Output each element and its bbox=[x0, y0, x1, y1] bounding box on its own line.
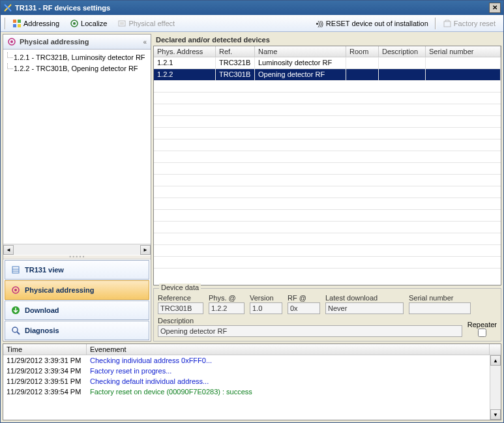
signal-icon: •))) bbox=[315, 19, 324, 28]
log-row[interactable]: 11/29/2012 3:39:54 PMFactory reset on de… bbox=[3, 387, 490, 397]
label-reference: Reference bbox=[158, 294, 203, 302]
col-name[interactable]: Name bbox=[255, 46, 346, 57]
field-reference bbox=[158, 302, 203, 314]
tree-item[interactable]: 1.2.1 - TRC321B, Luminosity detector RF bbox=[5, 52, 149, 63]
reset-device-button[interactable]: •))) RESET device out of installation bbox=[310, 17, 433, 30]
label-phys-at: Phys. @ bbox=[209, 294, 245, 302]
factory-reset-button[interactable]: Factory reset bbox=[438, 17, 500, 30]
svg-rect-13 bbox=[12, 267, 19, 273]
svg-point-19 bbox=[12, 327, 18, 332]
target-icon bbox=[10, 285, 21, 295]
titlebar: TR131 - RF devices settings ✕ bbox=[1, 1, 503, 15]
grid-header: Phys. Address Ref. Name Room Description… bbox=[154, 46, 501, 57]
log-row[interactable]: 11/29/2012 3:39:51 PMChecking default in… bbox=[3, 376, 490, 387]
label-repeater: Repeater bbox=[467, 321, 497, 328]
content-area: Physical addressing « 1.2.1 - TRC321B, L… bbox=[1, 32, 503, 343]
field-serial-number bbox=[409, 302, 471, 314]
log-scrollbar[interactable]: ▲ ▼ bbox=[490, 355, 501, 420]
field-rf-at bbox=[288, 302, 320, 314]
field-version bbox=[250, 302, 282, 314]
scroll-up[interactable]: ▲ bbox=[490, 355, 501, 366]
nav-diagnosis[interactable]: Diagnosis bbox=[5, 321, 149, 340]
svg-rect-5 bbox=[18, 24, 21, 27]
log-header: Time Evenement bbox=[3, 344, 501, 355]
repeater-checkbox[interactable] bbox=[478, 328, 486, 337]
svg-rect-4 bbox=[13, 24, 16, 27]
log-row[interactable]: 11/29/2012 3:39:34 PMFactory reset in pr… bbox=[3, 366, 490, 376]
app-icon bbox=[3, 3, 12, 12]
nav-download[interactable]: Download bbox=[5, 300, 149, 320]
log-col-event[interactable]: Evenement bbox=[87, 344, 490, 355]
nav-buttons: TR131 view Physical addressing Download … bbox=[3, 259, 151, 341]
close-button[interactable]: ✕ bbox=[489, 3, 501, 13]
label-version: Version bbox=[250, 294, 282, 302]
device-data-panel: Device data Reference Phys. @ Version bbox=[153, 288, 501, 342]
splitter[interactable]: ▪ ▪ ▪ ▪ ▪ bbox=[3, 255, 151, 259]
window-title: TR131 - RF devices settings bbox=[15, 4, 110, 12]
label-description: Description bbox=[158, 317, 462, 325]
col-phys-address[interactable]: Phys. Address bbox=[154, 46, 216, 57]
table-row[interactable]: 1.2.2TRC301BOpening detector RF bbox=[154, 69, 501, 81]
addressing-icon bbox=[12, 19, 22, 28]
tree-item[interactable]: 1.2.2 - TRC301B, Opening detector RF bbox=[5, 63, 149, 74]
svg-rect-2 bbox=[13, 20, 16, 23]
left-pane: Physical addressing « 1.2.1 - TRC321B, L… bbox=[3, 34, 151, 342]
col-description[interactable]: Description bbox=[379, 46, 426, 57]
section-title: Declared and/or detected devices bbox=[153, 34, 501, 46]
field-phys-at bbox=[209, 302, 245, 314]
nav-tr131-view[interactable]: TR131 view bbox=[5, 260, 149, 280]
field-latest-download bbox=[325, 302, 404, 314]
magnifier-icon bbox=[10, 325, 21, 336]
nav-physical-addressing[interactable]: Physical addressing bbox=[5, 280, 149, 300]
svg-rect-10 bbox=[444, 22, 451, 27]
svg-rect-3 bbox=[18, 20, 21, 23]
localize-button[interactable]: Localize bbox=[65, 17, 111, 30]
physical-effect-button[interactable]: Physical effect bbox=[113, 17, 179, 30]
log-col-blank bbox=[490, 344, 501, 355]
list-icon bbox=[10, 265, 21, 275]
label-latest-download: Latest download bbox=[325, 294, 404, 302]
physical-effect-icon bbox=[117, 19, 126, 28]
chevron-left-icon: « bbox=[143, 38, 147, 46]
svg-point-17 bbox=[14, 289, 17, 291]
target-icon bbox=[7, 37, 16, 46]
svg-rect-9 bbox=[120, 22, 124, 25]
col-serial[interactable]: Serial number bbox=[426, 46, 501, 57]
scroll-left[interactable]: ◄ bbox=[3, 245, 14, 255]
svg-point-12 bbox=[10, 40, 13, 43]
right-pane: Declared and/or detected devices Phys. A… bbox=[153, 34, 501, 342]
physical-addressing-header[interactable]: Physical addressing « bbox=[3, 35, 151, 50]
devices-grid: Phys. Address Ref. Name Room Description… bbox=[153, 46, 501, 285]
field-description bbox=[158, 325, 462, 337]
addressing-button[interactable]: Addressing bbox=[8, 17, 64, 30]
scroll-right[interactable]: ► bbox=[140, 245, 151, 255]
toolbar: Addressing Localize Physical effect •)))… bbox=[1, 15, 503, 32]
log-pane: Time Evenement 11/29/2012 3:39:31 PMChec… bbox=[3, 343, 501, 420]
col-ref[interactable]: Ref. bbox=[216, 46, 255, 57]
label-rf-at: RF @ bbox=[288, 294, 320, 302]
app-window: TR131 - RF devices settings ✕ Addressing… bbox=[0, 0, 504, 423]
label-serial-number: Serial number bbox=[409, 294, 471, 302]
table-row[interactable]: 1.2.1TRC321BLuminosity detector RF bbox=[154, 57, 501, 69]
device-data-legend: Device data bbox=[159, 284, 201, 291]
download-icon bbox=[10, 305, 21, 315]
svg-point-7 bbox=[73, 22, 76, 25]
log-row[interactable]: 11/29/2012 3:39:31 PMChecking individual… bbox=[3, 355, 490, 366]
device-tree: 1.2.1 - TRC321B, Luminosity detector RF … bbox=[3, 50, 151, 244]
col-room[interactable]: Room bbox=[346, 46, 379, 57]
scroll-down[interactable]: ▼ bbox=[490, 409, 501, 420]
svg-line-20 bbox=[17, 332, 20, 334]
factory-reset-icon bbox=[443, 19, 452, 28]
log-col-time[interactable]: Time bbox=[3, 344, 87, 355]
localize-icon bbox=[70, 19, 79, 28]
